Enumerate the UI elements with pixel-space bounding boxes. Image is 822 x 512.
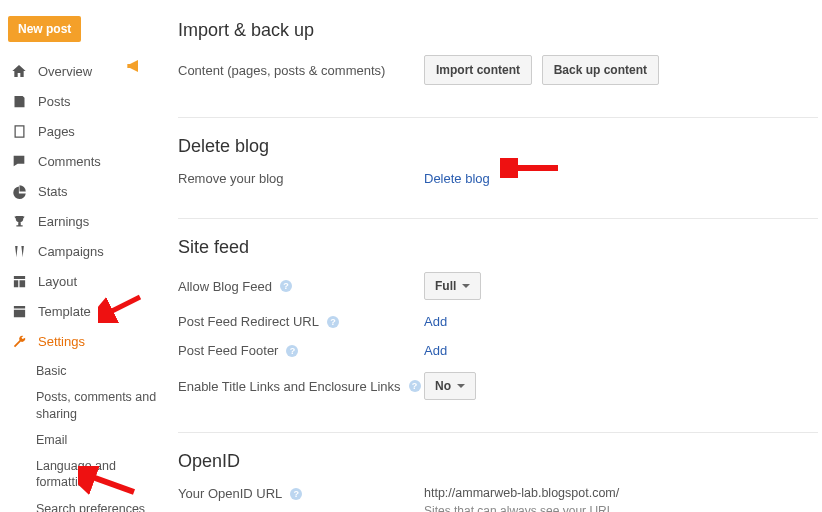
help-icon[interactable]: ? — [286, 345, 298, 357]
nav-label: Layout — [38, 274, 77, 289]
delete-blog-desc: Remove your blog — [178, 171, 424, 186]
house-icon — [10, 62, 28, 80]
piechart-icon — [10, 182, 28, 200]
section-title: Import & back up — [178, 20, 818, 41]
redirect-add-link[interactable]: Add — [424, 314, 447, 329]
template-icon — [10, 302, 28, 320]
nav-comments[interactable]: Comments — [8, 146, 168, 176]
section-title: OpenID — [178, 451, 818, 472]
enable-links-dropdown[interactable]: No — [424, 372, 476, 400]
nav-posts[interactable]: Posts — [8, 86, 168, 116]
openid-label: Your OpenID URL — [178, 486, 282, 501]
nav-label: Campaigns — [38, 244, 104, 259]
sidebar: New post Overview Posts Pages Comments — [8, 16, 168, 512]
nav-layout[interactable]: Layout — [8, 266, 168, 296]
layout-icon — [10, 272, 28, 290]
sub-basic[interactable]: Basic — [36, 358, 168, 384]
nav-label: Earnings — [38, 214, 89, 229]
nav-label: Overview — [38, 64, 92, 79]
dropdown-value: No — [435, 379, 451, 393]
nav-label: Stats — [38, 184, 68, 199]
nav-settings[interactable]: Settings — [8, 326, 168, 356]
chevron-down-icon — [462, 284, 470, 288]
campaigns-icon — [10, 242, 28, 260]
allow-feed-label: Allow Blog Feed — [178, 279, 272, 294]
openid-url: http://ammarweb-lab.blogspot.com/ — [424, 486, 818, 500]
section-title: Delete blog — [178, 136, 818, 157]
nav-template[interactable]: Template — [8, 296, 168, 326]
sub-search-preferences[interactable]: Search preferences — [36, 496, 168, 513]
section-openid: OpenID Your OpenID URL ? http://ammarweb… — [178, 451, 818, 512]
nav-label: Template — [38, 304, 91, 319]
backup-content-button[interactable]: Back up content — [542, 55, 659, 85]
comment-icon — [10, 152, 28, 170]
section-import-backup: Import & back up Content (pages, posts &… — [178, 20, 818, 118]
help-icon[interactable]: ? — [280, 280, 292, 292]
openid-sub: Sites that can always see your URL — [424, 504, 818, 512]
dropdown-value: Full — [435, 279, 456, 293]
redirect-url-label: Post Feed Redirect URL — [178, 314, 319, 329]
announcement-icon — [126, 60, 142, 75]
footer-add-link[interactable]: Add — [424, 343, 447, 358]
enable-links-label: Enable Title Links and Enclosure Links — [178, 379, 401, 394]
nav-pages[interactable]: Pages — [8, 116, 168, 146]
section-delete-blog: Delete blog Remove your blog Delete blog — [178, 136, 818, 219]
chevron-down-icon — [457, 384, 465, 388]
import-content-button[interactable]: Import content — [424, 55, 532, 85]
nav-campaigns[interactable]: Campaigns — [8, 236, 168, 266]
nav-label: Settings — [38, 334, 85, 349]
main-content: Import & back up Content (pages, posts &… — [178, 20, 818, 512]
delete-blog-link[interactable]: Delete blog — [424, 171, 490, 186]
nav-stats[interactable]: Stats — [8, 176, 168, 206]
allow-feed-dropdown[interactable]: Full — [424, 272, 481, 300]
nav-label: Posts — [38, 94, 71, 109]
help-icon[interactable]: ? — [290, 488, 302, 500]
sub-language[interactable]: Language and formatting — [36, 453, 168, 496]
sub-posts-comments[interactable]: Posts, comments and sharing — [36, 384, 168, 427]
svg-rect-0 — [15, 125, 24, 136]
document-icon — [10, 92, 28, 110]
help-icon[interactable]: ? — [409, 380, 421, 392]
nav-earnings[interactable]: Earnings — [8, 206, 168, 236]
nav-list: Overview Posts Pages Comments Stats — [8, 56, 168, 356]
nav-label: Pages — [38, 124, 75, 139]
wrench-icon — [10, 332, 28, 350]
import-backup-desc: Content (pages, posts & comments) — [178, 63, 424, 78]
pages-icon — [10, 122, 28, 140]
section-title: Site feed — [178, 237, 818, 258]
nav-overview[interactable]: Overview — [8, 56, 168, 86]
help-icon[interactable]: ? — [327, 316, 339, 328]
sub-email[interactable]: Email — [36, 427, 168, 453]
trophy-icon — [10, 212, 28, 230]
nav-label: Comments — [38, 154, 101, 169]
feed-footer-label: Post Feed Footer — [178, 343, 278, 358]
settings-submenu: Basic Posts, comments and sharing Email … — [36, 358, 168, 512]
new-post-button[interactable]: New post — [8, 16, 81, 42]
section-site-feed: Site feed Allow Blog Feed ? Full Post Fe… — [178, 237, 818, 433]
